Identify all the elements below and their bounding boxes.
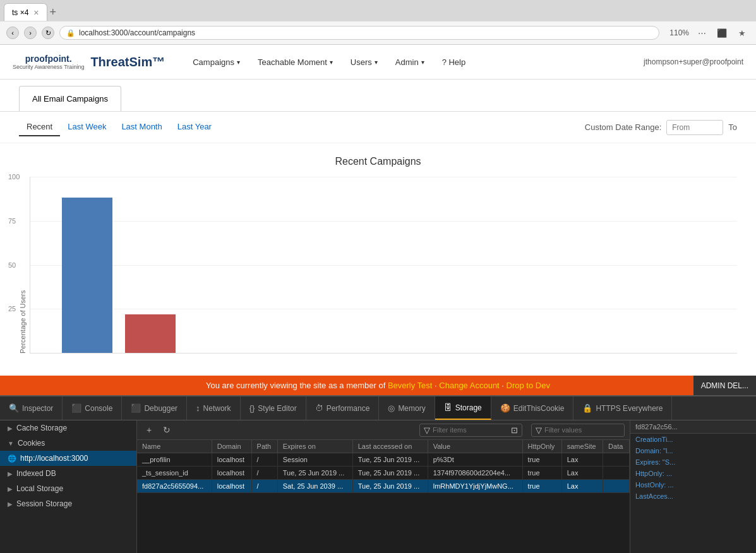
filter-expand-icon: ⊡ (511, 425, 518, 435)
refresh-button[interactable]: ↻ (160, 423, 174, 437)
style-editor-icon: {} (249, 403, 255, 413)
sidebar-cookies[interactable]: ▼ Cookies (0, 436, 136, 451)
cell-domain-2: localhost (212, 480, 251, 493)
chart-area: Percentage of Users 100 75 50 25 (19, 177, 737, 354)
filter-tab-recent[interactable]: Recent (19, 118, 60, 136)
cell-value-1: 1374f9708600d2204e4... (428, 467, 522, 480)
filter-tab-last-year[interactable]: Last Year (170, 118, 219, 136)
cell-expires-1: Tue, 25 Jun 2019 ... (277, 467, 352, 480)
cell-path-2: / (251, 480, 277, 493)
date-range: Custom Date Range: To (585, 120, 737, 135)
table-row-highlighted[interactable]: fd827a2c5655094... localhost / Sat, 25 J… (137, 480, 630, 493)
col-last-accessed: Last accessed on (352, 440, 428, 453)
expand-icon: ▶ (8, 501, 13, 508)
filter-tab-last-month[interactable]: Last Month (114, 118, 169, 136)
nav-help[interactable]: ? Help (433, 45, 475, 80)
devtools-tab-editthiscookie[interactable]: 🍪 EditThisCookie (491, 396, 574, 420)
filter-items-area: ▽ ⊡ (419, 424, 522, 437)
chart-container: Recent Campaigns Percentage of Users 100… (0, 143, 756, 376)
filter-tab-last-week[interactable]: Last Week (60, 118, 114, 136)
content-area: All Email Campaigns Recent Last Week Las… (0, 80, 756, 376)
sidebar-localhost-3000[interactable]: 🌐 http://localhost:3000 (0, 451, 136, 466)
devtools-tab-debugger[interactable]: ⬛ Debugger (122, 396, 187, 420)
url-bar[interactable]: 🔒 localhost:3000/account/campaigns (59, 26, 659, 40)
reload-button[interactable]: ↻ (42, 27, 54, 39)
storage-main: + ↻ ▽ ⊡ ▽ (137, 420, 630, 553)
cell-httponly-2: true (522, 480, 561, 493)
devtools-tab-https-everywhere[interactable]: 🔒 HTTPS Everywhere (573, 396, 672, 420)
cell-last-accessed-0: Tue, 25 Jun 2019 ... (352, 453, 428, 467)
app-nav: proofpoint. Security Awareness Training … (0, 45, 756, 80)
devtools-tab-console[interactable]: ⬛ Console (63, 396, 122, 420)
pocket-icon[interactable]: ⬛ (714, 25, 729, 40)
devtools-tab-network[interactable]: ↕ Network (187, 396, 241, 420)
cell-expires-0: Session (277, 453, 352, 467)
browser-chrome: ts ×4 × + ‹ › ↻ 🔒 localhost:3000/account… (0, 0, 756, 45)
devtools-tabs: 🔍 Inspector ⬛ Console ⬛ Debugger ↕ Netwo… (0, 396, 756, 420)
all-email-campaigns-tab[interactable]: All Email Campaigns (19, 86, 121, 111)
y-label-50: 50 (8, 261, 16, 269)
cell-samesite-1: Lax (561, 467, 603, 480)
filter-value-icon: ▽ (536, 425, 542, 435)
lock-icon: 🔒 (66, 29, 75, 37)
campaigns-caret: ▾ (237, 59, 240, 66)
expand-icon: ▼ (8, 440, 14, 447)
tabs-row: All Email Campaigns (0, 80, 756, 111)
bar-red (125, 314, 176, 353)
admin-link[interactable]: ADMIN DEL... (693, 376, 756, 395)
sidebar-indexed-db[interactable]: ▶ Indexed DB (0, 466, 136, 481)
bookmark-icon[interactable]: ★ (735, 25, 750, 40)
table-row[interactable]: __profilin localhost / Session Tue, 25 J… (137, 453, 630, 467)
devtools-tab-style-editor[interactable]: {} Style Editor (241, 396, 306, 420)
filter-items-input[interactable] (433, 426, 508, 434)
nav-admin[interactable]: Admin ▾ (387, 45, 433, 80)
filter-value-area: ▽ (531, 424, 625, 437)
chart-title: Recent Campaigns (19, 156, 737, 167)
admin-caret: ▾ (421, 59, 424, 66)
browser-tab[interactable]: ts ×4 × (4, 3, 47, 21)
nav-users[interactable]: Users ▾ (342, 45, 387, 80)
cell-last-accessed-1: Tue, 25 Jun 2019 ... (352, 467, 428, 480)
notification-account: Beverly Test (388, 381, 433, 390)
back-button[interactable]: ‹ (6, 27, 19, 39)
right-panel-item-2: Expires: "S... (630, 456, 756, 468)
devtools-tab-performance[interactable]: ⏱ Performance (306, 396, 380, 420)
inspector-icon: 🔍 (9, 403, 19, 413)
right-panel-item-1: Domain: "l... (630, 445, 756, 456)
table-row[interactable]: _ts_session_id localhost / Tue, 25 Jun 2… (137, 467, 630, 480)
filter-value-input[interactable] (544, 426, 620, 434)
menu-button[interactable]: ⋯ (694, 25, 709, 40)
cell-data-1 (603, 467, 630, 480)
sidebar-local-storage[interactable]: ▶ Local Storage (0, 481, 136, 496)
right-panel-item-5: LastAcces... (630, 491, 756, 502)
product-name: ThreatSim™ (90, 55, 165, 69)
date-from-input[interactable] (666, 120, 723, 135)
performance-icon: ⏱ (315, 403, 323, 413)
devtools-tab-storage[interactable]: 🗄 Storage (435, 396, 491, 420)
cell-value-2: lmRhMDY1YjdjYjMwNG... (428, 480, 522, 493)
new-tab-button[interactable]: + (50, 6, 57, 19)
devtools-tab-inspector[interactable]: 🔍 Inspector (0, 396, 63, 420)
nav-campaigns[interactable]: Campaigns ▾ (184, 45, 249, 80)
cell-value-0: p%3Dt (428, 453, 522, 467)
forward-button[interactable]: › (24, 27, 37, 39)
cell-domain-0: localhost (212, 453, 251, 467)
right-panel-item-0: CreationTi... (630, 434, 756, 445)
expand-icon: ▶ (8, 485, 13, 492)
chart-inner: 100 75 50 25 (30, 177, 737, 354)
close-tab-icon[interactable]: × (33, 8, 39, 18)
expand-icon: ▶ (8, 425, 13, 432)
cell-expires-2: Sat, 25 Jun 2039 ... (277, 480, 352, 493)
debugger-icon: ⬛ (131, 403, 141, 413)
drop-to-dev-link[interactable]: Drop to Dev (507, 381, 550, 390)
add-cookie-button[interactable]: + (142, 423, 156, 437)
right-panel-item-4: HostOnly: ... (630, 479, 756, 491)
cell-samesite-0: Lax (561, 453, 603, 467)
devtools-tab-memory[interactable]: ◎ Memory (379, 396, 435, 420)
memory-icon: ◎ (388, 403, 395, 413)
bars-area (49, 177, 737, 353)
change-account-link[interactable]: Change Account (439, 381, 499, 390)
sidebar-cache-storage[interactable]: ▶ Cache Storage (0, 420, 136, 436)
nav-teachable-moment[interactable]: Teachable Moment ▾ (249, 45, 342, 80)
sidebar-session-storage[interactable]: ▶ Session Storage (0, 496, 136, 511)
